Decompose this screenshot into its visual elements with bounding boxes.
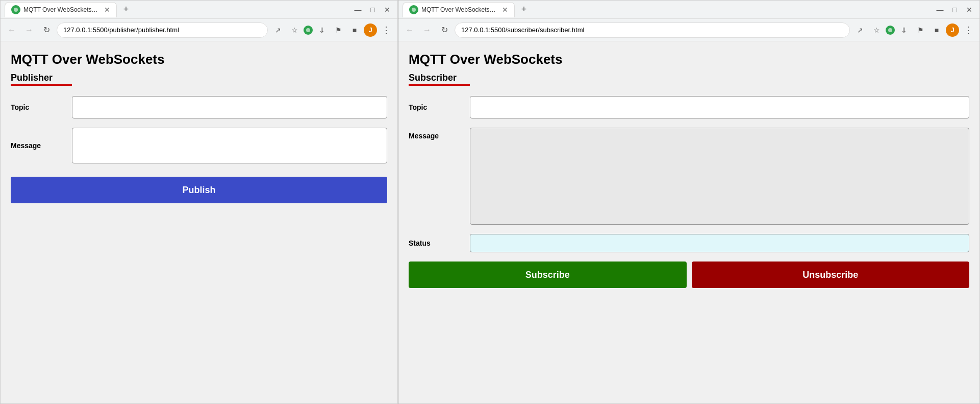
message-row-subscriber: Message: [409, 128, 969, 225]
download-icon-right[interactable]: ⇓: [897, 23, 911, 37]
star-icon-right[interactable]: ☆: [869, 23, 884, 37]
address-input-right[interactable]: [455, 22, 850, 38]
extension-icon-left: [304, 26, 313, 35]
svg-point-3: [888, 28, 892, 32]
maximize-left[interactable]: □: [368, 5, 378, 15]
extension-icon-right: [886, 26, 895, 35]
topic-label-subscriber: Topic: [409, 103, 470, 111]
close-left[interactable]: ✕: [381, 5, 393, 15]
address-bar-right: ← → ↻ ↗ ☆ ⇓ ⚑ ■ J ⋮: [398, 19, 979, 41]
tab-publisher[interactable]: MQTT Over WebSockets Publis... ✕: [5, 2, 117, 17]
publisher-page-title: MQTT Over WebSockets: [11, 52, 387, 67]
tab-favicon-left: [11, 5, 20, 14]
status-input-subscriber[interactable]: [470, 234, 969, 252]
tab-close-left[interactable]: ✕: [104, 6, 110, 14]
tab-title-right: MQTT Over WebSockets Subscri...: [421, 6, 497, 13]
publish-button[interactable]: Publish: [11, 177, 387, 203]
back-btn-right[interactable]: ←: [403, 23, 417, 37]
menu-btn-left[interactable]: ⋮: [379, 23, 393, 37]
svg-point-2: [412, 8, 416, 12]
window-controls-left: — □ ✕: [351, 5, 393, 15]
subscriber-underline: [409, 84, 470, 86]
unsubscribe-button[interactable]: Unsubscribe: [692, 262, 970, 288]
subscriber-window: MQTT Over WebSockets Subscri... ✕ + — □ …: [398, 0, 980, 404]
status-row-subscriber: Status: [409, 234, 969, 252]
message-label-publisher: Message: [11, 141, 72, 150]
topic-row-subscriber: Topic: [409, 96, 969, 118]
menu-btn-right[interactable]: ⋮: [961, 23, 975, 37]
publisher-window: MQTT Over WebSockets Publis... ✕ + — □ ✕…: [0, 0, 398, 404]
subscriber-section-title: Subscriber: [409, 73, 969, 83]
subscribe-button[interactable]: Subscribe: [409, 262, 687, 288]
toolbar-icons-right: ↗ ☆ ⇓ ⚑ ■ J ⋮: [853, 23, 975, 37]
minimize-right[interactable]: —: [934, 5, 947, 15]
new-tab-left[interactable]: +: [119, 3, 133, 17]
topic-input-publisher[interactable]: [72, 96, 387, 118]
new-tab-right[interactable]: +: [517, 3, 531, 17]
close-right[interactable]: ✕: [963, 5, 975, 15]
title-bar-left: MQTT Over WebSockets Publis... ✕ + — □ ✕: [1, 1, 397, 19]
reload-btn-right[interactable]: ↻: [437, 23, 451, 37]
avatar-left[interactable]: J: [364, 23, 377, 37]
share-icon-right[interactable]: ↗: [853, 23, 867, 37]
tab-favicon-right: [409, 5, 418, 14]
tab-subscriber[interactable]: MQTT Over WebSockets Subscri... ✕: [403, 2, 515, 17]
publisher-underline: [11, 84, 72, 86]
back-btn-left[interactable]: ←: [5, 23, 19, 37]
maximize-right[interactable]: □: [950, 5, 960, 15]
avatar-right[interactable]: J: [946, 23, 959, 37]
svg-point-0: [14, 8, 18, 12]
minimize-left[interactable]: —: [351, 5, 365, 15]
status-label-subscriber: Status: [409, 239, 470, 247]
bookmark-icon-right[interactable]: ⚑: [913, 23, 927, 37]
topic-row-publisher: Topic: [11, 96, 387, 118]
address-bar-left: ← → ↻ ↗ ☆ ⇓ ⚑ ■ J ⋮: [1, 19, 397, 41]
subscriber-page: MQTT Over WebSockets Subscriber Topic Me…: [398, 41, 979, 403]
topic-input-subscriber[interactable]: [470, 96, 969, 118]
share-icon-left[interactable]: ↗: [271, 23, 285, 37]
extensions-icon-left[interactable]: ■: [347, 23, 362, 37]
subscriber-page-title: MQTT Over WebSockets: [409, 52, 969, 67]
action-buttons-subscriber: Subscribe Unsubscribe: [409, 262, 969, 288]
forward-btn-right[interactable]: →: [420, 23, 434, 37]
message-label-subscriber: Message: [409, 128, 470, 140]
address-input-left[interactable]: [57, 22, 268, 38]
message-input-publisher[interactable]: [72, 128, 387, 163]
bookmark-icon-left[interactable]: ⚑: [331, 23, 345, 37]
message-display-subscriber[interactable]: [470, 128, 969, 225]
toolbar-icons-left: ↗ ☆ ⇓ ⚑ ■ J ⋮: [271, 23, 393, 37]
publisher-page: MQTT Over WebSockets Publisher Topic Mes…: [1, 41, 397, 403]
extensions-icon-right[interactable]: ■: [929, 23, 944, 37]
tab-title-left: MQTT Over WebSockets Publis...: [23, 6, 99, 13]
publisher-section-title: Publisher: [11, 73, 387, 83]
title-bar-right: MQTT Over WebSockets Subscri... ✕ + — □ …: [398, 1, 979, 19]
window-controls-right: — □ ✕: [934, 5, 975, 15]
topic-label-publisher: Topic: [11, 103, 72, 111]
reload-btn-left[interactable]: ↻: [39, 23, 54, 37]
svg-point-1: [306, 28, 310, 32]
star-icon-left[interactable]: ☆: [287, 23, 301, 37]
tab-close-right[interactable]: ✕: [502, 6, 508, 14]
message-row-publisher: Message: [11, 128, 387, 163]
download-icon-left[interactable]: ⇓: [315, 23, 329, 37]
forward-btn-left[interactable]: →: [22, 23, 36, 37]
